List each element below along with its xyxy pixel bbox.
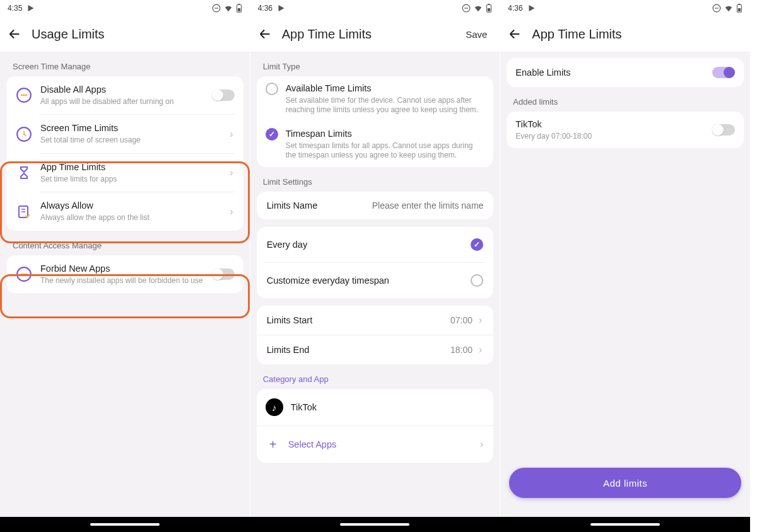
row-limits-start[interactable]: Limits Start 07:00 › [257, 306, 494, 335]
app-time-title: App Time Limits [40, 161, 221, 173]
card-limits-name: Limits Name [257, 192, 494, 219]
svg-rect-19 [739, 4, 741, 4]
row-available-time-limits[interactable]: Available Time Limits Set available time… [257, 76, 494, 122]
disable-all-sub: All apps will be disabled after turning … [40, 97, 204, 107]
start-value: 07:00 [450, 315, 472, 325]
forbid-title: Forbid New Apps [40, 263, 204, 275]
nav-handle[interactable] [340, 523, 409, 526]
row-always-allow[interactable]: Always Allow Always allow the apps on th… [6, 192, 244, 230]
available-title: Available Time Limits [286, 83, 485, 95]
always-allow-title: Always Allow [40, 200, 221, 212]
clock: 4:36 [258, 4, 273, 13]
dnd-icon [462, 4, 471, 13]
svg-rect-20 [738, 8, 741, 11]
appbar: App Time Limits [500, 16, 750, 52]
save-button[interactable]: Save [466, 29, 492, 40]
svg-rect-4 [238, 8, 240, 11]
wifi-icon [223, 4, 233, 13]
row-limit-tiktok[interactable]: TikTok Every day 07:00-18:00 [507, 112, 744, 148]
enable-label: Enable Limits [515, 67, 705, 79]
row-disable-all-apps[interactable]: Disable All Apps All apps will be disabl… [6, 76, 244, 114]
disable-all-title: Disable All Apps [40, 84, 204, 96]
label-added-limits: Added limits [507, 87, 744, 112]
nav-handle[interactable] [590, 523, 660, 526]
available-sub: Set available time for the device. Canno… [286, 96, 485, 115]
chevron-right-icon: › [228, 129, 234, 140]
screen-time-sub: Set total time of screen usage [40, 136, 221, 146]
end-label: Limits End [267, 345, 445, 355]
row-limits-name[interactable]: Limits Name [257, 192, 494, 219]
appbar: Usage Limits [0, 16, 250, 52]
tiktok-icon: ♪ [266, 398, 283, 416]
statusbar: 4:36 [250, 0, 500, 16]
row-limits-end[interactable]: Limits End 18:00 › [257, 335, 494, 364]
label-category-app: Category and App [257, 364, 494, 389]
dnd-icon [212, 4, 221, 13]
statusbar: 4:36 [500, 0, 750, 16]
wifi-icon [473, 4, 483, 13]
row-select-apps[interactable]: + Select Apps › [257, 426, 494, 463]
back-icon[interactable] [8, 27, 21, 41]
limit-toggle[interactable] [712, 124, 735, 136]
card-enable-limits: Enable Limits [507, 58, 744, 87]
select-apps-label: Select Apps [288, 439, 471, 451]
forbid-sub: The newly installed apps will be forbidd… [40, 276, 204, 286]
battery-icon [736, 4, 742, 13]
card-schedule: Every day Customize everyday timespan [257, 227, 494, 298]
check-customize[interactable] [471, 274, 483, 287]
chevron-right-icon: › [478, 315, 483, 326]
label-limit-type: Limit Type [257, 52, 494, 76]
enable-toggle[interactable] [712, 67, 735, 78]
limit-sub: Every day 07:00-18:00 [515, 132, 705, 142]
row-every-day[interactable]: Every day [257, 227, 494, 262]
end-value: 18:00 [450, 345, 472, 355]
forbid-icon [15, 265, 33, 283]
screen-time-title: Screen Time Limits [40, 122, 221, 134]
screen-limits-list: 4:36 App Time Limits Enable Limits Added… [500, 0, 750, 517]
row-forbid-new-apps[interactable]: Forbid New Apps The newly installed apps… [6, 255, 244, 293]
timespan-sub: Set timespan limits for all apps. Cannot… [286, 141, 485, 161]
chevron-right-icon: › [228, 206, 234, 217]
nav-handle[interactable] [90, 523, 160, 526]
play-store-icon [278, 4, 285, 12]
navbar [0, 517, 750, 532]
battery-icon [236, 4, 242, 13]
always-allow-sub: Always allow the apps on the list [40, 213, 221, 223]
row-app-tiktok[interactable]: ♪ TikTok [257, 389, 494, 425]
app-time-sub: Set time limits for apps [40, 175, 221, 185]
play-store-icon [528, 4, 536, 12]
chevron-right-icon: › [478, 344, 483, 356]
row-app-time-limits[interactable]: App Time Limits Set time limits for apps… [6, 154, 244, 192]
radio-available[interactable] [266, 83, 278, 95]
plus-icon: + [266, 437, 281, 452]
card-screen-time: Disable All Apps All apps will be disabl… [6, 76, 244, 231]
clock: 4:36 [508, 4, 522, 13]
add-limits-button[interactable]: Add limits [509, 468, 741, 498]
section-content-access-manage: Content Access Manage [6, 231, 244, 255]
clock: 4:35 [8, 4, 22, 13]
limits-name-input[interactable] [325, 200, 483, 211]
row-customize[interactable]: Customize everyday timespan [257, 263, 494, 298]
limits-name-label: Limits Name [267, 200, 318, 211]
play-store-icon [27, 4, 35, 12]
check-every-day[interactable] [471, 238, 483, 251]
forbid-toggle[interactable] [212, 269, 235, 280]
page-title: App Time Limits [532, 27, 742, 42]
radio-timespan[interactable] [266, 128, 278, 141]
card-content-access: Forbid New Apps The newly installed apps… [6, 255, 244, 293]
screen-usage-limits: 4:35 Usage Limits Screen Time Manage Dis… [0, 0, 250, 517]
back-icon[interactable] [508, 27, 522, 41]
disable-all-toggle[interactable] [212, 90, 235, 101]
page-title: App Time Limits [282, 27, 455, 42]
row-timespan-limits[interactable]: Timespan Limits Set timespan limits for … [257, 122, 494, 167]
disable-icon [15, 86, 33, 104]
dnd-icon [712, 4, 721, 13]
row-screen-time-limits[interactable]: Screen Time Limits Set total time of scr… [6, 115, 244, 153]
timespan-title: Timespan Limits [286, 128, 485, 140]
limit-title: TikTok [515, 119, 705, 130]
back-icon[interactable] [258, 27, 272, 41]
card-time-range: Limits Start 07:00 › Limits End 18:00 › [257, 306, 494, 364]
card-limit-type: Available Time Limits Set available time… [257, 76, 494, 167]
row-enable-limits[interactable]: Enable Limits [507, 58, 744, 87]
customize-label: Customize everyday timespan [267, 275, 466, 286]
